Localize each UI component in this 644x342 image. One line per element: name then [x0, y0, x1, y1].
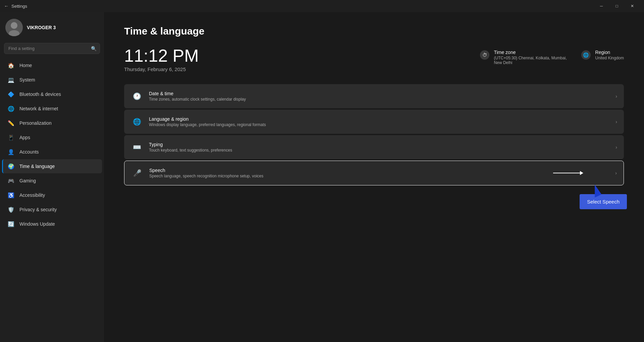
- nav-icon-network: 🌐: [7, 105, 15, 112]
- titlebar-controls: ─ □ ✕: [594, 1, 640, 11]
- sidebar-item-network[interactable]: 🌐 Network & internet: [2, 102, 102, 116]
- time-clock: 11:12 PM: [124, 47, 199, 64]
- chevron-icon-speech: ›: [615, 170, 617, 176]
- sidebar-item-gaming[interactable]: 🎮 Gaming: [2, 174, 102, 188]
- chevron-icon-language-region: ›: [615, 119, 617, 124]
- nav-icon-gaming: 🎮: [7, 177, 15, 184]
- sidebar-item-personalization[interactable]: ✏️ Personalization: [2, 116, 102, 130]
- settings-icon-language-region: 🌐: [131, 116, 143, 128]
- settings-item-date-time[interactable]: 🕐 Date & time Time zones, automatic cloc…: [124, 84, 624, 108]
- settings-desc-language-region: Windows display language, preferred lang…: [149, 122, 609, 127]
- titlebar: ← Settings ─ □ ✕: [0, 0, 644, 12]
- sidebar-item-privacy[interactable]: 🛡️ Privacy & security: [2, 203, 102, 217]
- settings-text-date-time: Date & time Time zones, automatic clock …: [149, 91, 609, 102]
- svg-point-1: [11, 22, 17, 29]
- nav-label-network: Network & internet: [19, 106, 58, 111]
- select-speech-button[interactable]: Select Speech: [580, 194, 627, 209]
- nav-label-home: Home: [19, 63, 32, 68]
- region-text: Region United Kingdom: [595, 50, 624, 60]
- sidebar-item-system[interactable]: 💻 System: [2, 73, 102, 87]
- settings-title-typing: Typing: [149, 142, 609, 147]
- settings-icon-typing: ⌨️: [131, 141, 143, 153]
- nav-label-personalization: Personalization: [19, 120, 52, 126]
- main-content: Time & language 11:12 PM Thursday, Febru…: [104, 12, 644, 342]
- nav-label-accessibility: Accessibility: [19, 192, 45, 198]
- search-input[interactable]: [4, 43, 100, 54]
- time-zone-icon: ⏱: [480, 50, 489, 60]
- minimize-button[interactable]: ─: [594, 1, 609, 11]
- nav-label-privacy: Privacy & security: [19, 207, 57, 212]
- time-zone-label: Time zone: [494, 50, 568, 55]
- maximize-button[interactable]: □: [609, 1, 625, 11]
- settings-title-language-region: Language & region: [149, 116, 609, 122]
- nav-label-bluetooth: Bluetooth & devices: [19, 92, 61, 97]
- search-box: 🔍: [4, 43, 100, 54]
- settings-item-typing[interactable]: ⌨️ Typing Touch keyboard, text suggestio…: [124, 135, 624, 159]
- nav-label-windows-update: Windows Update: [19, 221, 55, 227]
- nav-icon-system: 💻: [7, 76, 15, 83]
- avatar: [5, 19, 23, 36]
- region-item: 🌐 Region United Kingdom: [581, 50, 624, 60]
- settings-icon-date-time: 🕐: [131, 90, 143, 102]
- sidebar-item-bluetooth[interactable]: 🔷 Bluetooth & devices: [2, 87, 102, 101]
- user-name: VIKROGER 3: [27, 25, 56, 30]
- settings-item-language-region[interactable]: 🌐 Language & region Windows display lang…: [124, 110, 624, 134]
- sidebar: VIKROGER 3 🔍 🏠 Home 💻 System 🔷 Bluetooth…: [0, 12, 104, 342]
- settings-text-typing: Typing Touch keyboard, text suggestions,…: [149, 142, 609, 153]
- nav-icon-personalization: ✏️: [7, 119, 15, 127]
- sidebar-item-home[interactable]: 🏠 Home: [2, 58, 102, 72]
- user-profile: VIKROGER 3: [0, 15, 104, 43]
- sidebar-item-apps[interactable]: 📱 Apps: [2, 130, 102, 145]
- time-row: 11:12 PM Thursday, February 6, 2025 ⏱ Ti…: [124, 47, 624, 72]
- settings-icon-speech: 🎤: [131, 167, 143, 179]
- time-zone-item: ⏱ Time zone (UTC+05:30) Chennai, Kolkata…: [480, 50, 568, 65]
- time-date: Thursday, February 6, 2025: [124, 66, 199, 72]
- time-zone-text: Time zone (UTC+05:30) Chennai, Kolkata, …: [494, 50, 568, 65]
- nav-icon-accounts: 👤: [7, 148, 15, 156]
- chevron-icon-date-time: ›: [615, 94, 617, 99]
- chevron-icon-typing: ›: [615, 145, 617, 150]
- settings-desc-speech: Speech language, speech recognition micr…: [149, 174, 609, 178]
- select-speech-area: Select Speech: [580, 194, 627, 209]
- sidebar-item-accounts[interactable]: 👤 Accounts: [2, 145, 102, 159]
- titlebar-title: Settings: [11, 4, 27, 9]
- settings-desc-date-time: Time zones, automatic clock settings, ca…: [149, 97, 609, 102]
- nav-label-time-language: Time & language: [19, 164, 55, 169]
- settings-list: 🕐 Date & time Time zones, automatic cloc…: [124, 84, 624, 185]
- region-value: United Kingdom: [595, 56, 624, 60]
- settings-title-date-time: Date & time: [149, 91, 609, 96]
- settings-title-speech: Speech: [149, 168, 609, 173]
- nav-label-accounts: Accounts: [19, 149, 39, 155]
- settings-desc-typing: Touch keyboard, text suggestions, prefer…: [149, 148, 609, 153]
- time-display: 11:12 PM Thursday, February 6, 2025: [124, 47, 199, 72]
- titlebar-left: ← Settings: [4, 3, 27, 9]
- settings-text-language-region: Language & region Windows display langua…: [149, 116, 609, 127]
- region-label: Region: [595, 50, 624, 55]
- close-button[interactable]: ✕: [625, 1, 640, 11]
- nav-label-apps: Apps: [19, 135, 30, 140]
- nav-icon-time-language: 🌍: [7, 163, 15, 170]
- sidebar-nav: 🏠 Home 💻 System 🔷 Bluetooth & devices 🌐 …: [0, 58, 104, 231]
- sidebar-item-time-language[interactable]: 🌍 Time & language: [2, 159, 102, 173]
- page-title: Time & language: [124, 25, 624, 37]
- speech-arrow: [553, 171, 583, 175]
- nav-icon-accessibility: ♿: [7, 191, 15, 199]
- region-icon: 🌐: [581, 50, 591, 60]
- nav-icon-home: 🏠: [7, 62, 15, 69]
- nav-icon-windows-update: 🔄: [7, 220, 15, 228]
- nav-icon-apps: 📱: [7, 134, 15, 141]
- search-icon: 🔍: [91, 46, 97, 51]
- nav-label-system: System: [19, 77, 35, 82]
- nav-icon-privacy: 🛡️: [7, 206, 15, 213]
- back-icon[interactable]: ←: [4, 3, 9, 9]
- settings-item-speech[interactable]: 🎤 Speech Speech language, speech recogni…: [124, 161, 624, 185]
- settings-text-speech: Speech Speech language, speech recogniti…: [149, 168, 609, 178]
- nav-icon-bluetooth: 🔷: [7, 91, 15, 98]
- sidebar-item-windows-update[interactable]: 🔄 Windows Update: [2, 217, 102, 231]
- app-body: VIKROGER 3 🔍 🏠 Home 💻 System 🔷 Bluetooth…: [0, 12, 644, 342]
- sidebar-item-accessibility[interactable]: ♿ Accessibility: [2, 188, 102, 202]
- time-meta: ⏱ Time zone (UTC+05:30) Chennai, Kolkata…: [480, 47, 624, 65]
- time-zone-value: (UTC+05:30) Chennai, Kolkata, Mumbai, Ne…: [494, 56, 568, 65]
- nav-label-gaming: Gaming: [19, 178, 36, 183]
